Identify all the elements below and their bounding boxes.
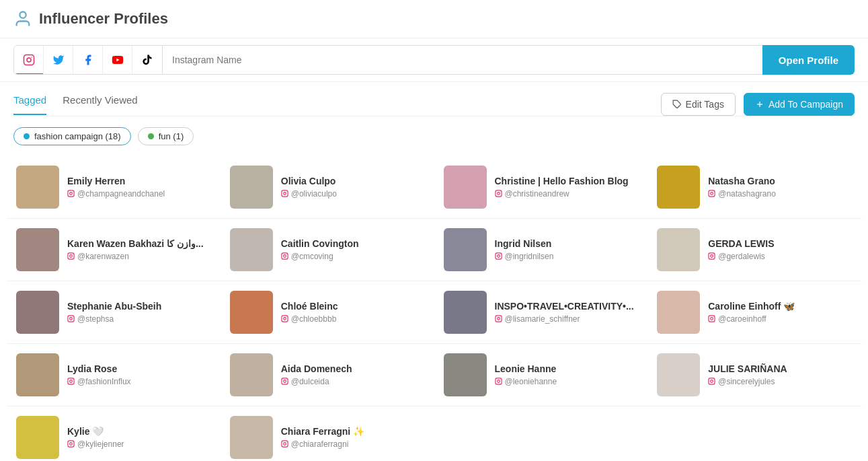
svg-point-58 bbox=[73, 441, 73, 442]
influencer-card[interactable]: JULIE SARIÑANA@sincerelyjules bbox=[647, 344, 861, 406]
influencer-handle: @sincerelyjules bbox=[708, 377, 852, 386]
handle-text: @fashionInflux bbox=[77, 377, 131, 386]
instagram-icon bbox=[708, 315, 715, 324]
svg-point-60 bbox=[283, 442, 286, 445]
influencer-card[interactable]: Aida Domenech@dulceida bbox=[221, 344, 434, 406]
influencer-card[interactable]: Caitlin Covington@cmcoving bbox=[221, 219, 434, 281]
add-to-campaign-button[interactable]: Add To Campaign bbox=[744, 93, 855, 116]
influencer-name: Lydia Rose bbox=[67, 363, 211, 374]
svg-point-19 bbox=[713, 191, 714, 192]
svg-point-37 bbox=[286, 316, 286, 317]
influencer-handle: @ingridnilsen bbox=[495, 252, 639, 261]
svg-rect-53 bbox=[709, 378, 715, 384]
influencer-handle: @natashagrano bbox=[708, 189, 852, 199]
instagram-icon bbox=[67, 190, 75, 199]
handle-text: @christineandrew bbox=[505, 189, 569, 199]
influencer-name: Karen Wazen Bakhazi وازن كا... bbox=[67, 238, 211, 249]
influencer-card[interactable]: Ingrid Nilsen@ingridnilsen bbox=[434, 219, 648, 281]
svg-point-3 bbox=[31, 57, 32, 58]
influencer-handle: @caroeinhoff bbox=[708, 314, 852, 324]
influencer-info: Aida Domenech@dulceida bbox=[281, 363, 425, 386]
influencer-card[interactable]: Christine | Hello Fashion Blog@christine… bbox=[434, 156, 648, 219]
handle-text: @natashagrano bbox=[718, 189, 776, 199]
influencer-name: Emily Herren bbox=[67, 176, 211, 186]
svg-rect-35 bbox=[282, 315, 288, 321]
influencer-card[interactable]: Olivia Culpo@oliviaculpo bbox=[221, 156, 434, 219]
svg-point-13 bbox=[286, 191, 286, 192]
influencer-card[interactable]: Leonie Hanne@leoniehanne bbox=[434, 344, 648, 406]
svg-point-48 bbox=[283, 380, 286, 382]
influencer-card[interactable]: Karen Wazen Bakhazi وازن كا...@karenwaze… bbox=[7, 219, 221, 281]
svg-point-21 bbox=[70, 254, 73, 257]
svg-point-45 bbox=[70, 380, 73, 382]
svg-point-28 bbox=[500, 254, 500, 254]
influencer-handle: @gerdalewis bbox=[708, 252, 852, 261]
influencer-card[interactable]: Natasha Grano@natashagrano bbox=[647, 156, 861, 219]
avatar bbox=[230, 228, 273, 271]
tiktok-tab[interactable] bbox=[132, 45, 162, 75]
influencer-card[interactable]: Caroline Einhoff 🦋@caroeinhoff bbox=[647, 281, 861, 344]
youtube-tab[interactable] bbox=[103, 45, 132, 75]
tab-tagged[interactable]: Tagged bbox=[13, 94, 46, 115]
person-icon bbox=[13, 9, 32, 28]
influencer-info: Chiara Ferragni ✨@chiaraferragni bbox=[281, 426, 425, 449]
edit-tags-button[interactable]: Edit Tags bbox=[661, 93, 736, 116]
svg-point-46 bbox=[73, 379, 73, 380]
influencer-card[interactable]: INSPO•TRAVEL•CREATIVITY•...@lisamarie_sc… bbox=[434, 281, 648, 344]
influencer-info: Stephanie Abu-Sbeih@stephsa bbox=[67, 301, 211, 324]
svg-point-51 bbox=[497, 380, 500, 382]
instagram-icon bbox=[281, 190, 288, 199]
handle-text: @ingridnilsen bbox=[505, 252, 554, 261]
influencer-card[interactable]: Kylie 🤍@kyliejenner bbox=[7, 406, 221, 461]
tag-icon bbox=[672, 100, 682, 109]
svg-point-31 bbox=[713, 254, 714, 254]
influencer-info: Chloé Bleinc@chloebbbb bbox=[281, 301, 425, 324]
tag-fun[interactable]: fun (1) bbox=[138, 127, 194, 145]
instagram-tab[interactable] bbox=[14, 45, 44, 75]
influencer-info: Karen Wazen Bakhazi وازن كا...@karenwaze… bbox=[67, 238, 211, 261]
influencer-card[interactable]: Chloé Bleinc@chloebbbb bbox=[221, 281, 434, 344]
influencer-card[interactable]: GERDA LEWIS@gerdalewis bbox=[647, 219, 861, 281]
handle-text: @sincerelyjules bbox=[718, 377, 775, 386]
tag-fun-label: fun (1) bbox=[159, 131, 184, 141]
facebook-tab[interactable] bbox=[73, 45, 103, 75]
svg-rect-14 bbox=[495, 190, 501, 196]
svg-point-22 bbox=[73, 254, 73, 254]
handle-text: @chiaraferragni bbox=[291, 439, 349, 449]
search-input[interactable] bbox=[163, 45, 762, 75]
avatar bbox=[657, 228, 700, 271]
influencer-name: Kylie 🤍 bbox=[67, 426, 211, 437]
open-profile-button[interactable]: Open Profile bbox=[762, 45, 855, 75]
influencer-card[interactable]: Lydia Rose@fashionInflux bbox=[7, 344, 221, 406]
add-icon bbox=[755, 100, 764, 109]
svg-point-15 bbox=[497, 192, 500, 194]
svg-rect-8 bbox=[68, 190, 74, 196]
influencer-card[interactable]: Stephanie Abu-Sbeih@stephsa bbox=[7, 281, 221, 344]
tag-fashion-campaign[interactable]: fashion campaign (18) bbox=[13, 127, 131, 145]
svg-rect-59 bbox=[282, 440, 288, 446]
influencer-card[interactable]: Chiara Ferragni ✨@chiaraferragni bbox=[221, 406, 434, 461]
handle-text: @stephsa bbox=[77, 314, 114, 324]
avatar bbox=[16, 166, 59, 209]
influencer-handle: @kyliejenner bbox=[67, 439, 211, 449]
tab-recently-viewed[interactable]: Recently Viewed bbox=[63, 94, 137, 115]
svg-rect-38 bbox=[495, 315, 501, 321]
influencer-info: Ingrid Nilsen@ingridnilsen bbox=[495, 238, 639, 261]
avatar bbox=[444, 228, 487, 271]
svg-point-24 bbox=[283, 254, 286, 257]
handle-text: @dulceida bbox=[291, 377, 329, 386]
svg-point-9 bbox=[70, 192, 73, 194]
avatar bbox=[16, 353, 59, 396]
edit-tags-label: Edit Tags bbox=[686, 99, 724, 110]
svg-rect-50 bbox=[495, 378, 501, 384]
svg-rect-26 bbox=[495, 252, 501, 258]
tag-dot-fun bbox=[148, 133, 154, 139]
svg-point-34 bbox=[73, 316, 73, 317]
influencer-card[interactable]: Emily Herren@champagneandchanel bbox=[7, 156, 221, 219]
influencer-name: Stephanie Abu-Sbeih bbox=[67, 301, 211, 312]
svg-point-43 bbox=[713, 316, 714, 317]
handle-text: @champagneandchanel bbox=[77, 189, 165, 199]
svg-point-40 bbox=[500, 316, 500, 317]
twitter-tab[interactable] bbox=[44, 45, 73, 75]
avatar bbox=[444, 166, 487, 209]
